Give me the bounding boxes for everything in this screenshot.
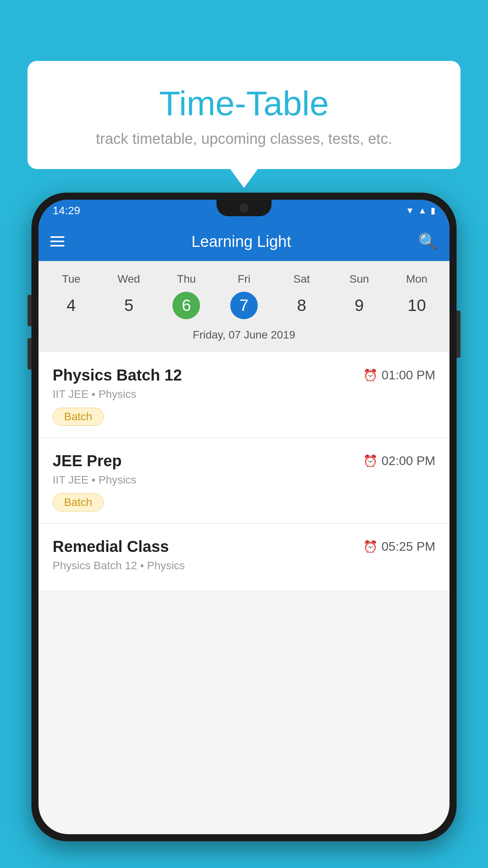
volume-down-button[interactable] bbox=[28, 338, 31, 370]
day-header-fri: Fri bbox=[215, 269, 273, 289]
phone-frame: 14:29 ▼ ▲ ▮ Learning Light 🔍 bbox=[31, 193, 457, 841]
schedule-list: Physics Batch 12 ⏰ 01:00 PM IIT JEE • Ph… bbox=[39, 352, 449, 591]
volume-up-button[interactable] bbox=[28, 295, 31, 326]
batch-badge-1: Batch bbox=[53, 408, 104, 426]
day-headers: Tue Wed Thu Fri Sat Sun Mon bbox=[39, 269, 449, 289]
schedule-time-value-2: 02:00 PM bbox=[382, 454, 435, 468]
schedule-time-value-1: 01:00 PM bbox=[382, 368, 435, 383]
phone-screen: 14:29 ▼ ▲ ▮ Learning Light 🔍 bbox=[39, 200, 449, 834]
phone-camera bbox=[240, 204, 248, 212]
battery-icon: ▮ bbox=[431, 206, 435, 216]
hamburger-menu-icon[interactable] bbox=[50, 236, 64, 246]
batch-badge-2: Batch bbox=[53, 493, 104, 511]
speech-bubble-container: Time-Table track timetable, upcoming cla… bbox=[28, 61, 460, 169]
schedule-subtitle-1: IIT JEE • Physics bbox=[53, 388, 435, 401]
day-4[interactable]: 4 bbox=[42, 292, 100, 319]
signal-icon: ▲ bbox=[418, 206, 427, 216]
schedule-time-value-3: 05:25 PM bbox=[382, 539, 435, 554]
day-numbers: 4 5 6 7 8 9 10 bbox=[39, 289, 449, 325]
app-bar: Learning Light 🔍 bbox=[39, 222, 449, 261]
schedule-item-2[interactable]: JEE Prep ⏰ 02:00 PM IIT JEE • Physics Ba… bbox=[39, 438, 449, 524]
day-10[interactable]: 10 bbox=[388, 292, 446, 319]
status-time: 14:29 bbox=[53, 204, 80, 217]
bubble-subtitle: track timetable, upcoming classes, tests… bbox=[43, 131, 445, 147]
day-9[interactable]: 9 bbox=[330, 292, 388, 319]
schedule-time-3: ⏰ 05:25 PM bbox=[363, 539, 435, 554]
search-icon[interactable]: 🔍 bbox=[418, 232, 438, 251]
speech-bubble: Time-Table track timetable, upcoming cla… bbox=[28, 61, 460, 169]
day-header-sun: Sun bbox=[330, 269, 388, 289]
day-5[interactable]: 5 bbox=[100, 292, 158, 319]
schedule-title-2: JEE Prep bbox=[53, 452, 122, 470]
day-6-today[interactable]: 6 bbox=[172, 292, 200, 319]
schedule-subtitle-2: IIT JEE • Physics bbox=[53, 474, 435, 486]
schedule-item-3[interactable]: Remedial Class ⏰ 05:25 PM Physics Batch … bbox=[39, 524, 449, 591]
status-icons: ▼ ▲ ▮ bbox=[405, 206, 435, 216]
schedule-item-2-header: JEE Prep ⏰ 02:00 PM bbox=[53, 452, 435, 470]
selected-date-label: Friday, 07 June 2019 bbox=[39, 325, 449, 348]
bubble-title: Time-Table bbox=[43, 85, 445, 123]
phone-notch bbox=[216, 200, 272, 216]
day-8[interactable]: 8 bbox=[273, 292, 330, 319]
day-header-sat: Sat bbox=[273, 269, 330, 289]
clock-icon-2: ⏰ bbox=[363, 454, 378, 468]
clock-icon-1: ⏰ bbox=[363, 368, 378, 382]
phone-wrapper: 14:29 ▼ ▲ ▮ Learning Light 🔍 bbox=[31, 193, 457, 868]
app-title: Learning Light bbox=[74, 233, 409, 250]
schedule-subtitle-3: Physics Batch 12 • Physics bbox=[53, 559, 435, 572]
schedule-title-3: Remedial Class bbox=[53, 538, 169, 555]
day-header-wed: Wed bbox=[100, 269, 158, 289]
day-header-mon: Mon bbox=[388, 269, 446, 289]
schedule-time-1: ⏰ 01:00 PM bbox=[363, 368, 435, 383]
wifi-icon: ▼ bbox=[405, 206, 414, 216]
schedule-item-3-header: Remedial Class ⏰ 05:25 PM bbox=[53, 538, 435, 555]
schedule-item-1-header: Physics Batch 12 ⏰ 01:00 PM bbox=[53, 366, 435, 384]
schedule-item-1[interactable]: Physics Batch 12 ⏰ 01:00 PM IIT JEE • Ph… bbox=[39, 352, 449, 438]
schedule-title-1: Physics Batch 12 bbox=[53, 366, 182, 384]
day-header-tue: Tue bbox=[42, 269, 100, 289]
power-button[interactable] bbox=[457, 311, 460, 358]
clock-icon-3: ⏰ bbox=[363, 540, 378, 554]
day-7-selected[interactable]: 7 bbox=[230, 292, 258, 319]
calendar-strip: Tue Wed Thu Fri Sat Sun Mon 4 5 6 7 8 9 … bbox=[39, 261, 449, 352]
schedule-time-2: ⏰ 02:00 PM bbox=[363, 454, 435, 468]
day-header-thu: Thu bbox=[158, 269, 215, 289]
